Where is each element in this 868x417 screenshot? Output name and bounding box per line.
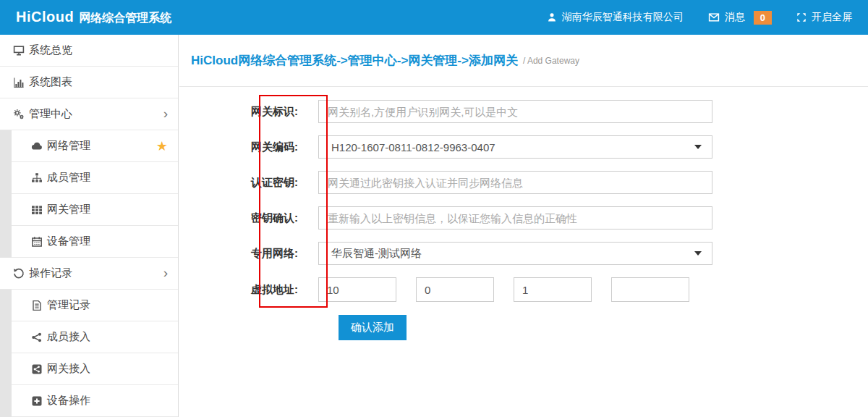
sidebar-item-admin-center[interactable]: 管理中心 › [0,98,178,130]
breadcrumb: HiCloud网络综合管理系统->管理中心->网关管理->添加网关 [191,52,518,69]
submenu-indent [0,226,12,258]
grid-icon [31,204,43,216]
calendar-icon [31,236,43,248]
page-header: HiCloud网络综合管理系统->管理中心->网关管理->添加网关 / Add … [179,35,868,87]
topbar-right: 湖南华辰智通科技有限公司 消息 0 开启全屏 [547,11,852,25]
sidebar-item-label: 操作记录 [29,266,72,280]
sidebar-item-label: 网关管理 [47,203,90,216]
plus-square-icon [31,395,43,407]
sidebar: 系统总览 系统图表 管理中心 › 网络管理 ★ [0,35,179,417]
form-row-gateway-code: 网关编码: H120-1607-0811-0812-9963-0407 [179,135,868,159]
confirm-add-button[interactable]: 确认添加 [339,315,407,340]
sidebar-item-label: 成员接入 [47,330,90,344]
sidebar-item-label: 网关接入 [47,362,90,376]
form-row-auth-key: 认证密钥: [179,171,868,194]
gears-icon [13,109,25,120]
sidebar-item-network-management[interactable]: 网络管理 ★ [0,130,178,162]
auth-key-input[interactable] [318,171,712,194]
sidebar-item-system-charts[interactable]: 系统图表 [0,67,178,98]
virtual-address-label: 虚拟地址: [179,283,318,297]
fullscreen-label: 开启全屏 [812,11,852,24]
messages-button[interactable]: 消息 0 [708,11,772,25]
sidebar-item-label: 设备管理 [47,235,90,248]
submenu-indent [0,194,12,226]
submenu-indent [0,162,12,194]
sidebar-item-label: 管理中心 [29,107,72,121]
key-confirm-label: 密钥确认: [179,211,318,225]
star-icon[interactable]: ★ [156,140,168,153]
brand-name: HiCloud [16,9,74,25]
sidebar-item-member-management[interactable]: 成员管理 [0,162,178,194]
virtual-address-octet-3[interactable] [514,277,592,302]
private-network-label: 专用网络: [179,247,318,261]
form-row-virtual-address: 虚拟地址: [179,277,868,302]
caret-down-icon [694,145,702,149]
virtual-address-octet-4[interactable] [611,277,689,302]
topbar: HiCloud 网络综合管理系统 湖南华辰智通科技有限公司 消息 0 开启全屏 [0,0,868,35]
virtual-address-octet-2[interactable] [416,277,494,302]
sidebar-item-label: 设备操作 [47,394,90,408]
key-confirm-input[interactable] [318,206,712,229]
monitor-icon [13,45,25,56]
file-icon [31,300,43,311]
messages-count-badge: 0 [754,11,772,25]
submenu-indent [0,353,12,385]
brand-suffix: 网络综合管理系统 [79,11,171,26]
share-icon [31,332,43,343]
submenu-indent [0,321,12,353]
history-icon [13,268,25,279]
share-square-icon [31,363,43,375]
sidebar-item-label: 系统总览 [29,43,72,57]
form-row-key-confirm: 密钥确认: [179,206,868,229]
fullscreen-button[interactable]: 开启全屏 [796,11,852,24]
sitemap-icon [31,172,43,184]
sidebar-item-label: 系统图表 [29,75,72,89]
gateway-code-value: H120-1607-0811-0812-9963-0407 [331,141,495,153]
sidebar-item-system-overview[interactable]: 系统总览 [0,35,178,67]
app-brand: HiCloud 网络综合管理系统 [16,9,171,26]
sidebar-item-label: 网络管理 [47,139,90,153]
chevron-right-icon: › [163,266,168,282]
virtual-address-octet-1[interactable] [318,277,396,302]
submenu-indent [0,130,12,162]
breadcrumb-suffix: / Add Gateway [523,56,579,66]
chevron-right-icon: › [163,106,168,122]
caret-down-icon [694,251,702,256]
cloud-icon [31,140,43,152]
fullscreen-icon [796,12,807,22]
gateway-name-label: 网关标识: [179,105,318,119]
envelope-icon [708,12,720,23]
private-network-select[interactable]: 华辰智通-测试网络 [318,242,712,265]
gateway-name-input[interactable] [318,100,712,123]
main-content: HiCloud网络综合管理系统->管理中心->网关管理->添加网关 / Add … [179,35,868,417]
account-menu[interactable]: 湖南华辰智通科技有限公司 [547,11,684,24]
add-gateway-form: 网关标识: 网关编码: H120-1607-0811-0812-9963-040… [179,87,868,340]
gateway-code-label: 网关编码: [179,140,318,154]
sidebar-item-device-management[interactable]: 设备管理 [0,226,178,258]
submenu-indent [0,290,12,321]
sidebar-item-device-operations[interactable]: 设备操作 [0,385,178,417]
sidebar-item-label: 管理记录 [47,298,90,312]
user-icon [547,12,557,22]
messages-label: 消息 [725,11,745,24]
sidebar-item-label: 成员管理 [47,171,90,185]
sidebar-item-gateway-access[interactable]: 网关接入 [0,353,178,385]
sidebar-item-admin-records[interactable]: 管理记录 [0,290,178,321]
sidebar-item-operation-records[interactable]: 操作记录 › [0,258,178,290]
sidebar-item-gateway-management[interactable]: 网关管理 [0,194,178,226]
auth-key-label: 认证密钥: [179,176,318,190]
form-row-private-network: 专用网络: 华辰智通-测试网络 [179,242,868,265]
company-name: 湖南华辰智通科技有限公司 [562,11,684,24]
gateway-code-select[interactable]: H120-1607-0811-0812-9963-0407 [318,135,712,159]
form-row-gateway-name: 网关标识: [179,100,868,123]
sidebar-item-member-access[interactable]: 成员接入 [0,321,178,353]
bar-chart-icon [13,77,25,88]
submenu-indent [0,385,12,417]
private-network-value: 华辰智通-测试网络 [331,247,422,261]
